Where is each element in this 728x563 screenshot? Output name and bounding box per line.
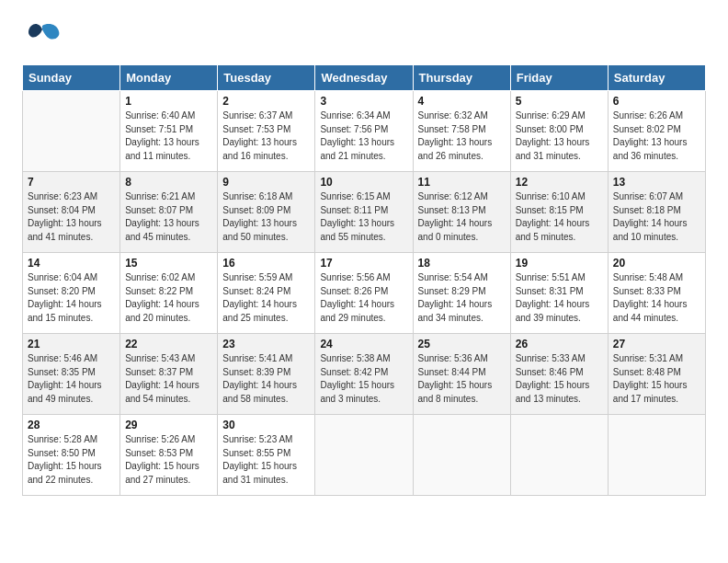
day-number: 23 <box>222 338 310 350</box>
day-number: 19 <box>516 257 603 270</box>
day-detail: Sunrise: 6:12 AMSunset: 8:13 PMDaylight:… <box>418 190 506 244</box>
day-cell: 10Sunrise: 6:15 AMSunset: 8:11 PMDayligh… <box>315 172 413 253</box>
day-cell: 4Sunrise: 6:32 AMSunset: 7:58 PMDaylight… <box>413 91 510 172</box>
weekday-header-thursday: Thursday <box>413 65 510 91</box>
day-detail: Sunrise: 5:28 AMSunset: 8:50 PMDaylight:… <box>28 433 115 487</box>
day-number: 3 <box>320 95 407 108</box>
day-cell: 1Sunrise: 6:40 AMSunset: 7:51 PMDaylight… <box>120 91 218 172</box>
day-detail: Sunrise: 6:02 AMSunset: 8:22 PMDaylight:… <box>125 271 212 325</box>
day-detail: Sunrise: 6:26 AMSunset: 8:02 PMDaylight:… <box>613 109 700 163</box>
day-detail: Sunrise: 6:04 AMSunset: 8:20 PMDaylight:… <box>28 271 115 325</box>
day-number: 21 <box>28 338 115 350</box>
day-number: 11 <box>418 176 506 189</box>
day-cell: 29Sunrise: 5:26 AMSunset: 8:53 PMDayligh… <box>120 415 218 496</box>
day-number: 20 <box>613 257 700 270</box>
day-cell: 17Sunrise: 5:56 AMSunset: 8:26 PMDayligh… <box>315 253 413 334</box>
day-cell <box>413 415 510 496</box>
day-number: 18 <box>418 257 506 270</box>
day-number: 15 <box>125 257 212 270</box>
day-number: 24 <box>320 338 407 350</box>
day-number: 29 <box>125 419 212 431</box>
week-row-5: 28Sunrise: 5:28 AMSunset: 8:50 PMDayligh… <box>23 415 706 496</box>
day-detail: Sunrise: 5:56 AMSunset: 8:26 PMDaylight:… <box>320 271 407 325</box>
day-cell: 9Sunrise: 6:18 AMSunset: 8:09 PMDaylight… <box>218 172 315 253</box>
day-cell <box>23 91 120 172</box>
day-detail: Sunrise: 5:31 AMSunset: 8:48 PMDaylight:… <box>613 352 700 406</box>
week-row-4: 21Sunrise: 5:46 AMSunset: 8:35 PMDayligh… <box>23 334 706 415</box>
day-detail: Sunrise: 5:26 AMSunset: 8:53 PMDaylight:… <box>125 433 212 487</box>
day-cell: 14Sunrise: 6:04 AMSunset: 8:20 PMDayligh… <box>23 253 120 334</box>
day-detail: Sunrise: 5:54 AMSunset: 8:29 PMDaylight:… <box>418 271 506 325</box>
day-detail: Sunrise: 5:51 AMSunset: 8:31 PMDaylight:… <box>516 271 603 325</box>
day-detail: Sunrise: 5:59 AMSunset: 8:24 PMDaylight:… <box>222 271 310 325</box>
day-detail: Sunrise: 5:48 AMSunset: 8:33 PMDaylight:… <box>613 271 700 325</box>
day-cell: 3Sunrise: 6:34 AMSunset: 7:56 PMDaylight… <box>315 91 413 172</box>
header <box>22 18 706 59</box>
day-cell: 13Sunrise: 6:07 AMSunset: 8:18 PMDayligh… <box>608 172 705 253</box>
day-number: 7 <box>28 176 115 189</box>
day-detail: Sunrise: 5:36 AMSunset: 8:44 PMDaylight:… <box>418 352 506 406</box>
day-detail: Sunrise: 5:43 AMSunset: 8:37 PMDaylight:… <box>125 352 212 406</box>
day-number: 9 <box>222 176 310 189</box>
day-number: 28 <box>28 419 115 431</box>
week-row-1: 1Sunrise: 6:40 AMSunset: 7:51 PMDaylight… <box>23 91 706 172</box>
day-detail: Sunrise: 5:41 AMSunset: 8:39 PMDaylight:… <box>222 352 310 406</box>
weekday-header-sunday: Sunday <box>23 65 120 91</box>
day-cell: 25Sunrise: 5:36 AMSunset: 8:44 PMDayligh… <box>413 334 510 415</box>
week-row-3: 14Sunrise: 6:04 AMSunset: 8:20 PMDayligh… <box>23 253 706 334</box>
day-cell: 5Sunrise: 6:29 AMSunset: 8:00 PMDaylight… <box>510 91 608 172</box>
day-detail: Sunrise: 5:38 AMSunset: 8:42 PMDaylight:… <box>320 352 407 406</box>
weekday-header-monday: Monday <box>120 65 218 91</box>
day-detail: Sunrise: 6:15 AMSunset: 8:11 PMDaylight:… <box>320 190 407 244</box>
day-detail: Sunrise: 6:23 AMSunset: 8:04 PMDaylight:… <box>28 190 115 244</box>
day-cell <box>608 415 705 496</box>
day-detail: Sunrise: 6:10 AMSunset: 8:15 PMDaylight:… <box>516 190 603 244</box>
day-number: 22 <box>125 338 212 350</box>
day-number: 26 <box>516 338 603 350</box>
day-number: 17 <box>320 257 407 270</box>
day-number: 14 <box>28 257 115 270</box>
day-number: 13 <box>613 176 700 189</box>
day-detail: Sunrise: 5:23 AMSunset: 8:55 PMDaylight:… <box>222 433 310 487</box>
day-cell: 18Sunrise: 5:54 AMSunset: 8:29 PMDayligh… <box>413 253 510 334</box>
day-cell: 19Sunrise: 5:51 AMSunset: 8:31 PMDayligh… <box>510 253 608 334</box>
day-cell: 27Sunrise: 5:31 AMSunset: 8:48 PMDayligh… <box>608 334 705 415</box>
day-number: 6 <box>613 95 700 108</box>
logo-icon <box>22 18 63 59</box>
day-cell <box>510 415 608 496</box>
day-number: 2 <box>222 95 310 108</box>
day-detail: Sunrise: 5:33 AMSunset: 8:46 PMDaylight:… <box>516 352 603 406</box>
day-detail: Sunrise: 6:21 AMSunset: 8:07 PMDaylight:… <box>125 190 212 244</box>
weekday-header-wednesday: Wednesday <box>315 65 413 91</box>
day-detail: Sunrise: 6:07 AMSunset: 8:18 PMDaylight:… <box>613 190 700 244</box>
calendar-table: SundayMondayTuesdayWednesdayThursdayFrid… <box>22 64 706 496</box>
day-number: 10 <box>320 176 407 189</box>
day-cell: 11Sunrise: 6:12 AMSunset: 8:13 PMDayligh… <box>413 172 510 253</box>
day-number: 5 <box>516 95 603 108</box>
day-cell: 15Sunrise: 6:02 AMSunset: 8:22 PMDayligh… <box>120 253 218 334</box>
day-detail: Sunrise: 6:40 AMSunset: 7:51 PMDaylight:… <box>125 109 212 163</box>
day-detail: Sunrise: 6:34 AMSunset: 7:56 PMDaylight:… <box>320 109 407 163</box>
day-detail: Sunrise: 6:18 AMSunset: 8:09 PMDaylight:… <box>222 190 310 244</box>
day-number: 8 <box>125 176 212 189</box>
day-cell: 23Sunrise: 5:41 AMSunset: 8:39 PMDayligh… <box>218 334 315 415</box>
day-cell: 21Sunrise: 5:46 AMSunset: 8:35 PMDayligh… <box>23 334 120 415</box>
day-cell: 7Sunrise: 6:23 AMSunset: 8:04 PMDaylight… <box>23 172 120 253</box>
day-detail: Sunrise: 6:29 AMSunset: 8:00 PMDaylight:… <box>516 109 603 163</box>
day-cell <box>315 415 413 496</box>
day-detail: Sunrise: 6:37 AMSunset: 7:53 PMDaylight:… <box>222 109 310 163</box>
weekday-header-row: SundayMondayTuesdayWednesdayThursdayFrid… <box>23 65 706 91</box>
day-cell: 8Sunrise: 6:21 AMSunset: 8:07 PMDaylight… <box>120 172 218 253</box>
week-row-2: 7Sunrise: 6:23 AMSunset: 8:04 PMDaylight… <box>23 172 706 253</box>
day-cell: 2Sunrise: 6:37 AMSunset: 7:53 PMDaylight… <box>218 91 315 172</box>
day-cell: 16Sunrise: 5:59 AMSunset: 8:24 PMDayligh… <box>218 253 315 334</box>
day-detail: Sunrise: 6:32 AMSunset: 7:58 PMDaylight:… <box>418 109 506 163</box>
day-detail: Sunrise: 5:46 AMSunset: 8:35 PMDaylight:… <box>28 352 115 406</box>
day-number: 16 <box>222 257 310 270</box>
day-cell: 12Sunrise: 6:10 AMSunset: 8:15 PMDayligh… <box>510 172 608 253</box>
day-cell: 22Sunrise: 5:43 AMSunset: 8:37 PMDayligh… <box>120 334 218 415</box>
day-number: 4 <box>418 95 506 108</box>
day-number: 30 <box>222 419 310 431</box>
day-number: 27 <box>613 338 700 350</box>
day-number: 12 <box>516 176 603 189</box>
